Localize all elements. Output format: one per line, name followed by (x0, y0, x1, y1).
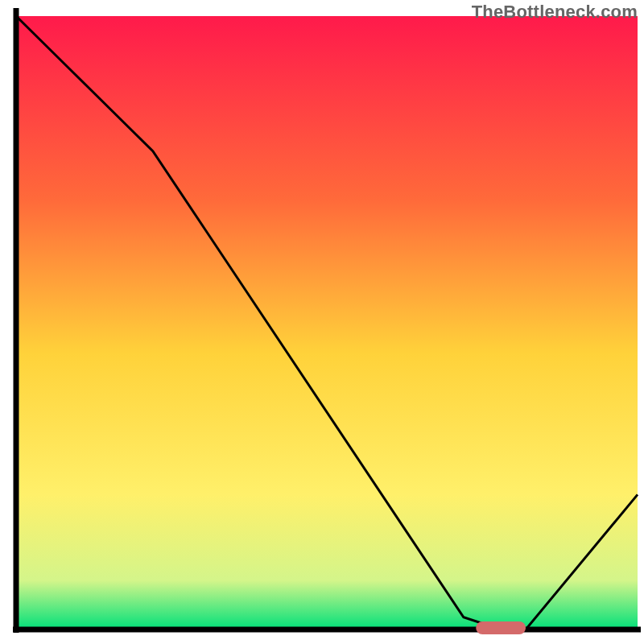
watermark-text: TheBottleneck.com (472, 2, 638, 23)
chart-container: TheBottleneck.com (0, 0, 644, 644)
optimum-marker (476, 621, 526, 634)
bottleneck-chart (0, 0, 644, 644)
